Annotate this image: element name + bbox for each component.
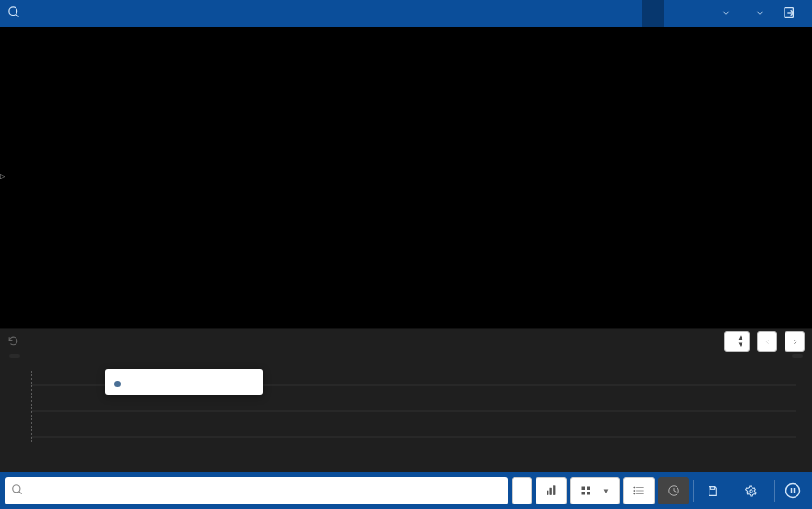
chart-tooltip xyxy=(105,369,263,395)
svg-line-9 xyxy=(19,492,22,494)
nav-help[interactable] xyxy=(708,0,742,27)
search-icon xyxy=(11,483,24,498)
graph-body[interactable] xyxy=(9,354,803,455)
time-window-next[interactable] xyxy=(785,331,805,352)
nav-events[interactable] xyxy=(642,0,664,27)
svg-rect-16 xyxy=(587,492,590,495)
log-pane[interactable]: ▷ xyxy=(0,27,812,328)
refresh-icon[interactable] xyxy=(7,335,19,349)
svg-point-20 xyxy=(634,487,635,488)
systems-dropdown[interactable]: ▼ xyxy=(570,477,620,504)
divider xyxy=(693,480,694,502)
pause-button[interactable] xyxy=(779,482,807,499)
find-input[interactable] xyxy=(27,7,210,21)
svg-point-25 xyxy=(750,489,752,492)
query-input[interactable] xyxy=(24,484,503,497)
nav-dashboard[interactable] xyxy=(620,0,642,27)
divider xyxy=(774,480,775,502)
time-window-select[interactable]: ▲▼ xyxy=(724,331,750,352)
svg-point-22 xyxy=(634,493,635,494)
series-dot-icon xyxy=(114,381,121,387)
svg-rect-10 xyxy=(547,491,548,495)
search-icon xyxy=(7,5,21,22)
search-button[interactable] xyxy=(512,477,532,504)
time-end-pill xyxy=(792,354,803,358)
bar-chart-icon[interactable] xyxy=(536,477,567,504)
caret-icon: ▷ xyxy=(0,170,7,178)
graph-pane: ▲▼ xyxy=(0,328,812,472)
query-wrap[interactable] xyxy=(5,477,508,504)
svg-rect-11 xyxy=(550,488,552,495)
svg-point-0 xyxy=(9,7,17,16)
svg-point-8 xyxy=(13,485,20,493)
svg-point-26 xyxy=(786,484,800,498)
svg-point-21 xyxy=(634,490,635,491)
nav-alerts[interactable] xyxy=(664,0,686,27)
options-button[interactable] xyxy=(736,477,771,504)
nav-items xyxy=(620,0,805,27)
save-search-button[interactable] xyxy=(698,477,732,504)
svg-rect-24 xyxy=(710,486,714,489)
svg-rect-15 xyxy=(582,492,586,495)
updown-icon: ▲▼ xyxy=(737,334,744,349)
exit-icon[interactable] xyxy=(775,5,805,23)
time-window-prev[interactable] xyxy=(757,331,777,352)
chevron-down-icon: ▼ xyxy=(602,487,610,495)
nav-account[interactable] xyxy=(742,0,775,27)
svg-rect-13 xyxy=(582,487,586,491)
topnav xyxy=(0,0,812,27)
graph-toolbar: ▲▼ xyxy=(0,329,812,354)
svg-line-1 xyxy=(16,14,18,16)
chevron-down-icon xyxy=(755,8,764,17)
svg-rect-12 xyxy=(553,486,555,495)
topnav-search[interactable] xyxy=(7,5,620,22)
time-start-pill xyxy=(9,354,20,358)
chevron-down-icon xyxy=(721,8,731,17)
svg-rect-14 xyxy=(587,487,590,491)
list-icon[interactable] xyxy=(623,477,655,504)
nav-settings[interactable] xyxy=(686,0,708,27)
bottom-bar: ▼ xyxy=(0,472,812,509)
clock-icon[interactable] xyxy=(658,477,689,504)
